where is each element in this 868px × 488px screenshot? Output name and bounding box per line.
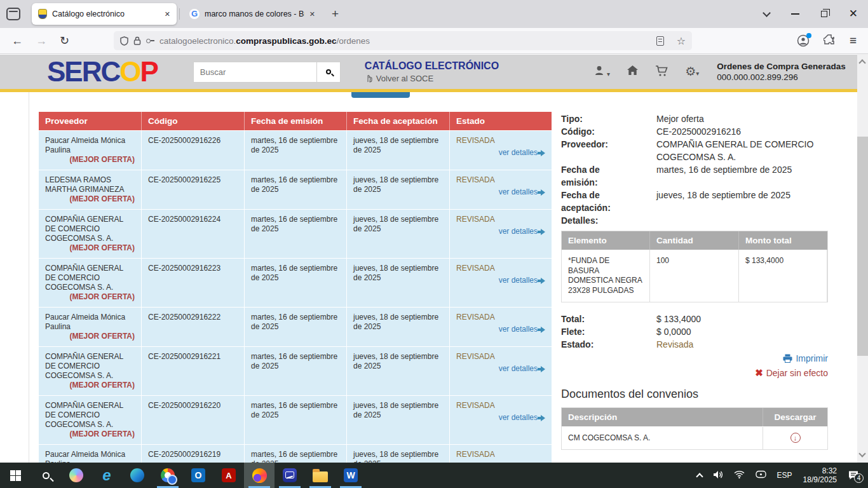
user-menu-icon[interactable]: ▾ xyxy=(594,65,610,79)
print-link[interactable]: Imprimir xyxy=(783,353,828,363)
edge-icon xyxy=(130,468,144,482)
order-accepted-date: jueves, 18 de septiembre de 2025 xyxy=(347,347,450,395)
chrome-button[interactable] xyxy=(153,463,183,488)
lock-icon[interactable] xyxy=(133,36,141,45)
tab-search[interactable]: G marco manos de colores - Busca ✕ xyxy=(183,3,322,25)
search-input[interactable] xyxy=(193,62,317,83)
download-icon[interactable]: ↓ xyxy=(790,433,801,443)
field-value: CE-20250002916216 xyxy=(656,125,828,138)
edge-button[interactable] xyxy=(122,463,153,488)
volume-icon[interactable] xyxy=(713,470,723,481)
ver-detalles-link[interactable]: ver detalles xyxy=(499,413,545,423)
forward-icon[interactable]: → xyxy=(36,34,47,48)
arrow-right-icon xyxy=(541,327,545,333)
menu-hamburger-icon[interactable]: ≡ xyxy=(850,34,857,48)
firefox-view-icon[interactable] xyxy=(6,8,20,20)
arrow-right-icon xyxy=(541,189,545,196)
restore-button[interactable] xyxy=(821,11,827,17)
firefox-button[interactable] xyxy=(244,463,275,488)
file-explorer-button[interactable] xyxy=(305,463,336,488)
order-code: CE-20250002916220 xyxy=(142,396,245,444)
ver-detalles-link[interactable]: ver detalles xyxy=(499,325,545,334)
search-button[interactable] xyxy=(317,62,341,83)
order-status-cell: REVISADAver detalles xyxy=(450,347,552,395)
extensions-puzzle-icon[interactable] xyxy=(824,34,836,48)
copilot-button[interactable] xyxy=(61,463,92,488)
outlook-button[interactable]: O xyxy=(183,463,214,488)
order-code: CE-20250002916224 xyxy=(142,210,245,258)
ver-detalles-link[interactable]: ver detalles xyxy=(499,364,545,374)
void-link[interactable]: ✖ Dejar sin efecto xyxy=(755,367,828,379)
items-table-body: *FUNDA DE BASURA DOMESTICA NEGRA 23X28 P… xyxy=(562,250,827,302)
ver-detalles-link[interactable]: ver detalles xyxy=(499,276,545,285)
field-label: Detalles: xyxy=(561,214,656,227)
tray-expand-icon[interactable] xyxy=(696,473,703,480)
minimize-button[interactable] xyxy=(791,13,799,15)
cart-icon[interactable] xyxy=(655,65,668,79)
tab-close-icon[interactable]: ✕ xyxy=(165,10,170,18)
tab-catalogo[interactable]: Catálogo electrónico ✕ xyxy=(32,3,177,25)
key-permission-icon[interactable] xyxy=(146,39,154,43)
word-button[interactable]: W xyxy=(336,463,366,488)
orders-table: Proveedor Código Fecha de emisión Fecha … xyxy=(39,112,552,488)
total-label: Total: xyxy=(561,313,656,325)
order-row: COMPAÑIA GENERAL DE COMERCIO COGECOMSA S… xyxy=(39,209,552,258)
taskbar-search-button[interactable] xyxy=(31,463,61,488)
account-icon[interactable] xyxy=(797,34,810,47)
notification-center-icon[interactable]: 4 xyxy=(848,470,859,480)
status-text: REVISADA xyxy=(456,136,545,146)
order-code: CE-20250002916221 xyxy=(142,347,245,395)
ecuador-favicon xyxy=(38,9,47,19)
scroll-down-icon[interactable] xyxy=(858,450,865,457)
ver-detalles-link[interactable]: ver detalles xyxy=(499,227,545,236)
ver-detalles-link[interactable]: ver detalles xyxy=(499,187,545,197)
shield-icon[interactable] xyxy=(120,36,128,46)
back-icon[interactable]: ← xyxy=(11,34,23,48)
doc-download-cell: ↓ xyxy=(763,426,827,449)
partial-blue-button[interactable] xyxy=(351,92,410,98)
field-value: Mejor oferta xyxy=(656,112,828,125)
new-tab-button[interactable]: + xyxy=(332,7,339,21)
volver-soce-link[interactable]: Volver al SOCE xyxy=(365,74,499,83)
home-icon[interactable] xyxy=(627,65,639,79)
start-button[interactable] xyxy=(0,463,31,488)
detail-field: Código:CE-20250002916216 xyxy=(561,125,828,138)
order-issued-date: martes, 16 de septiembre de 2025 xyxy=(245,347,347,395)
total-row: Total:$ 133,4000 xyxy=(561,313,828,325)
google-favicon: G xyxy=(189,9,200,19)
scroll-up-icon[interactable] xyxy=(858,59,865,66)
yellow-accent-bar xyxy=(0,89,868,92)
acrobat-button[interactable]: A xyxy=(214,463,244,488)
reload-icon[interactable]: ↻ xyxy=(60,34,69,48)
wifi-icon[interactable] xyxy=(734,470,745,480)
reader-mode-icon[interactable] xyxy=(656,36,664,46)
total-label: Estado: xyxy=(561,338,656,351)
site-header: SERCOP CATÁLOGO ELECTRÓNICO Volver al SO… xyxy=(0,55,868,89)
field-label: Código: xyxy=(561,125,656,138)
order-code: CE-20250002916222 xyxy=(142,308,245,346)
settings-gear-icon[interactable]: ⚙▾ xyxy=(685,65,699,78)
language-indicator[interactable]: ESP xyxy=(777,471,792,480)
ver-detalles-link[interactable]: ver detalles xyxy=(499,148,545,158)
internet-explorer-button[interactable]: e xyxy=(92,463,122,488)
order-accepted-date: jueves, 18 de septiembre de 2025 xyxy=(347,170,450,209)
mejor-oferta-badge: (MEJOR OFERTA) xyxy=(70,243,135,253)
close-button[interactable]: ✕ xyxy=(849,11,858,17)
status-text: REVISADA xyxy=(456,264,545,273)
url-bar[interactable]: catalogoelectronico.compraspublicas.gob.… xyxy=(114,31,692,50)
page-scrollbar[interactable] xyxy=(857,54,868,463)
field-label: Proveedor: xyxy=(561,138,656,163)
detail-field: Detalles: xyxy=(561,214,828,227)
clock[interactable]: 8:32 18/9/2025 xyxy=(803,466,837,484)
tab-close-icon[interactable]: ✕ xyxy=(309,10,315,18)
bookmark-star-icon[interactable]: ☆ xyxy=(677,35,686,47)
order-issued-date: martes, 16 de septiembre de 2025 xyxy=(245,308,347,346)
order-status-cell: REVISADAver detalles xyxy=(450,396,552,444)
scan-app-button[interactable] xyxy=(275,463,305,488)
scrollbar-thumb[interactable] xyxy=(857,137,868,356)
column-header: Proveedor xyxy=(39,112,142,130)
list-tabs-chevron-icon[interactable] xyxy=(763,9,771,17)
order-provider: COMPAÑIA GENERAL DE COMERCIO COGECOMSA S… xyxy=(39,396,142,444)
total-row: Estado:Revisada xyxy=(561,338,828,351)
meet-now-icon[interactable] xyxy=(756,470,766,480)
